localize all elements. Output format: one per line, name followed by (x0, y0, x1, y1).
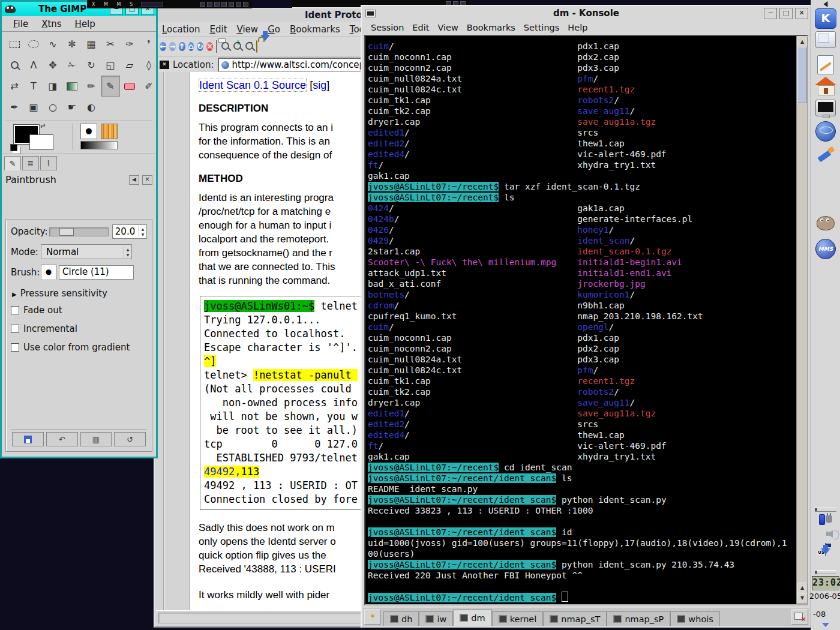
measure-tool-icon[interactable]: Λ (24, 55, 43, 76)
smudge-tool-icon[interactable]: ☛ (62, 97, 82, 118)
magic-wand-tool-icon[interactable]: ✼ (62, 34, 82, 55)
menu-file[interactable]: File (8, 17, 34, 31)
home-icon[interactable]: ⌂ (188, 40, 194, 53)
save-options-button[interactable] (12, 432, 44, 446)
menu-xtns[interactable]: Xtns (36, 17, 67, 31)
reload-icon[interactable]: ↻ (197, 40, 203, 53)
blur-tool-icon[interactable]: ○ (43, 97, 62, 118)
close-session-button[interactable] (791, 609, 808, 625)
menu-view[interactable]: View (232, 23, 263, 36)
konsole-titlebar[interactable]: dm - Konsole ─ □ ✕ (362, 6, 811, 20)
zoom-tool-icon[interactable] (5, 55, 24, 76)
xmms-pause-icon[interactable] (214, 2, 220, 7)
checkbox[interactable] (11, 325, 19, 333)
menu-bookmarks[interactable]: Bookmarks (463, 22, 520, 34)
kmenu-launcher-icon[interactable]: K (815, 8, 836, 29)
rotate-tool-icon[interactable]: ↻ (82, 55, 101, 76)
browser-sidebar[interactable] (156, 72, 190, 611)
gradient-tool-icon[interactable] (62, 76, 82, 97)
konqueror-launcher-icon[interactable] (815, 121, 836, 142)
panel-close-icon[interactable]: ✕ (142, 175, 152, 185)
paths-tool-icon[interactable]: ✑ (120, 34, 139, 55)
menu-help[interactable]: Help (563, 22, 592, 34)
pressure-sensitivity-expander[interactable]: ▶Pressure sensitivity (12, 288, 147, 299)
option-incremental[interactable]: Incremental (11, 323, 147, 334)
xmms-main-shaded-window[interactable]: X M M S (87, 0, 252, 8)
delete-options-button[interactable]: ▥ (80, 432, 112, 446)
clock-handle[interactable] (815, 570, 836, 574)
konsole-tab-whois[interactable]: whois (670, 611, 720, 626)
dock-tab-paths-dialog-icon[interactable]: ⌇ (40, 156, 57, 170)
xmms-launcher-icon[interactable]: MMS (815, 239, 836, 259)
print-icon[interactable] (216, 41, 217, 52)
menu-edit[interactable]: Edit (205, 23, 232, 36)
checkbox[interactable] (11, 343, 19, 352)
zoom-in-icon[interactable]: + (232, 41, 241, 52)
crop-tool-icon[interactable]: ✁ (62, 55, 82, 76)
back-icon[interactable]: ← (160, 40, 166, 53)
panel-scroll-arrow-icon[interactable] (822, 623, 829, 627)
bucket-fill-tool-icon[interactable]: ◨ (43, 76, 62, 97)
xmms-play-icon[interactable] (207, 2, 212, 7)
dock-tab-tool-options-icon[interactable]: ✎ (4, 156, 21, 170)
scale-tool-icon[interactable]: ◱ (101, 55, 120, 76)
ellipse-select-tool-icon[interactable] (24, 34, 43, 55)
mode-dropdown[interactable]: Normal ▲▼ (41, 244, 132, 259)
scroll-up-icon[interactable]: ▲ (797, 583, 808, 593)
ink-tool-icon[interactable]: ✒ (5, 97, 24, 118)
menu-settings[interactable]: Settings (520, 22, 563, 34)
up-icon[interactable]: ↑ (179, 40, 185, 53)
menu-location[interactable]: Location (157, 23, 205, 36)
menu-bookmarks[interactable]: Bookmarks (285, 23, 345, 36)
find-icon[interactable] (220, 41, 229, 52)
close-button[interactable]: ✕ (795, 8, 808, 19)
minimize-button[interactable]: ─ (764, 8, 777, 19)
checkbox[interactable] (11, 306, 19, 314)
menu-edit[interactable]: Edit (408, 22, 433, 34)
dock-tab-layers-icon[interactable]: ≣ (22, 156, 39, 170)
slider-thumb[interactable] (59, 228, 74, 236)
gimp-launcher-icon[interactable] (817, 215, 835, 232)
move-tool-icon[interactable]: ✥ (43, 55, 62, 76)
menu-session[interactable]: Session (367, 22, 408, 34)
fg-bg-swatches[interactable]: ⇄ (5, 121, 71, 152)
option-use-color-from-gradient[interactable]: Use color from gradient (11, 342, 147, 353)
option-fade-out[interactable]: Fade out (11, 305, 147, 316)
new-session-button[interactable]: ✶ (364, 609, 381, 625)
rect-select-tool-icon[interactable] (5, 34, 24, 55)
konsole-tab-dh[interactable]: dh (383, 611, 419, 626)
swap-colors-icon[interactable]: ⇄ (40, 122, 45, 129)
ident-scan-source-link[interactable]: Ident Scan 0.1 Source (199, 79, 307, 92)
xmms-next-icon[interactable] (229, 2, 234, 7)
kolourpaint-launcher-icon[interactable] (817, 145, 835, 163)
download-icon[interactable] (260, 41, 270, 52)
pencil-tool-icon[interactable]: ✏ (82, 76, 101, 97)
shear-tool-icon[interactable]: ▱ (120, 55, 139, 76)
panel-back-icon[interactable]: ◀ (129, 175, 139, 185)
xmms-close-icon[interactable] (243, 2, 248, 7)
opacity-spinbox[interactable]: 20.0 ▲▼ (112, 224, 147, 239)
kwrite-launcher-icon[interactable] (817, 55, 834, 74)
restore-options-button[interactable]: ↶ (46, 432, 78, 446)
reset-options-button[interactable]: ↺ (114, 432, 146, 446)
xmms-prev-icon[interactable] (200, 2, 205, 7)
brush-preview[interactable]: ● (80, 124, 97, 139)
color-picker-tool-icon[interactable]: ❜ (139, 34, 158, 55)
forward-icon[interactable]: → (169, 40, 176, 53)
konsole-tab-iw[interactable]: iw (419, 611, 453, 626)
panel-hide-arrow-icon[interactable] (824, 1, 828, 7)
home-launcher-icon[interactable] (815, 77, 836, 95)
text-tool-icon[interactable]: T (24, 76, 43, 97)
flip-tool-icon[interactable]: ⇄ (5, 76, 24, 97)
xmms-stop-icon[interactable] (221, 2, 227, 7)
konsole-tab-nmap_sP[interactable]: nmap_sP (607, 611, 670, 626)
spin-arrows[interactable]: ▲▼ (139, 226, 146, 237)
download-tray-icon[interactable] (821, 554, 830, 566)
konsole-tab-dm[interactable]: dm (453, 609, 491, 626)
paintbrush-tool-icon[interactable]: ✎ (101, 76, 120, 97)
lasso-tool-icon[interactable]: ∿ (43, 34, 62, 55)
brush-name-value[interactable]: Circle (11) (59, 265, 134, 280)
background-color-swatch[interactable] (29, 134, 53, 150)
konsole-tab-kernel[interactable]: kernel (492, 611, 544, 626)
gradient-preview[interactable] (80, 141, 118, 149)
